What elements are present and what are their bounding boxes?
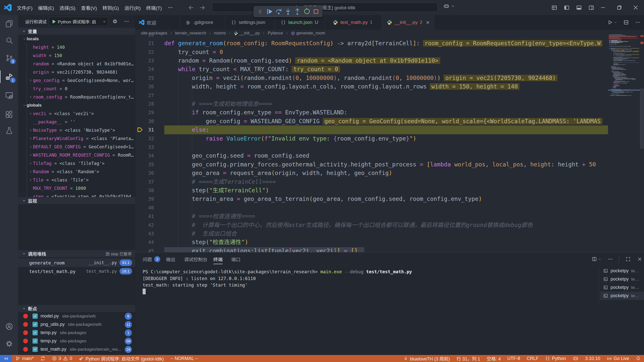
variable-geo_config[interactable]: geo_config = GeoConfig(seed=None, wor… bbox=[18, 76, 135, 84]
window-restore-button[interactable] bbox=[611, 0, 627, 15]
variable-step[interactable]: step = <function step at 0x1bf9cd216d bbox=[18, 192, 135, 197]
debug-step-into-icon[interactable] bbox=[283, 7, 293, 16]
menu-查看[interactable]: 查看(V) bbox=[78, 3, 100, 13]
breakpoint-checkbox[interactable] bbox=[32, 338, 38, 344]
terminal-instance-pocketpy[interactable]: pocketpyte… bbox=[600, 275, 644, 283]
variable-TileTag[interactable]: TileTag = <class 'TileTag'> bbox=[18, 159, 135, 167]
language-mode[interactable]: Python bbox=[542, 355, 569, 362]
tab-test_math.py[interactable]: test_math.py1 bbox=[325, 15, 382, 30]
copilot-menu-button[interactable] bbox=[443, 3, 455, 9]
activitybar-source-control[interactable]: 3 bbox=[0, 50, 18, 66]
debug-status[interactable]: Python 调试程序: 启动文件 (godot-ldtk) bbox=[75, 355, 167, 362]
minimap[interactable] bbox=[608, 33, 639, 252]
breakpoint-checkbox[interactable] bbox=[32, 313, 38, 319]
variable-NoiseType[interactable]: NoiseType = <class 'NoiseType'> bbox=[18, 126, 135, 134]
variables-scope-globals[interactable]: globals bbox=[18, 101, 135, 109]
toggle-primary-sidebar-icon[interactable] bbox=[564, 5, 570, 11]
breakpoint-checkbox[interactable] bbox=[32, 322, 38, 327]
terminal-instance-pocketpy[interactable]: pocketpyte… bbox=[600, 267, 644, 275]
menu-more-icon[interactable] bbox=[165, 5, 176, 10]
indentation[interactable]: 空格: 4 bbox=[484, 355, 504, 362]
panel-tab-端口[interactable]: 端口 bbox=[231, 252, 240, 266]
activitybar-account[interactable] bbox=[0, 318, 18, 335]
watch-section-header[interactable]: 监视 bbox=[18, 197, 135, 204]
panel-more-actions-icon[interactable] bbox=[608, 256, 613, 262]
menu-选择[interactable]: 选择(S) bbox=[57, 3, 78, 13]
command-center-search[interactable]: [拓展开发宿主] godot-ldtk bbox=[212, 3, 438, 12]
toggle-secondary-sidebar-icon[interactable] bbox=[588, 5, 594, 11]
tab-close-icon[interactable] bbox=[425, 20, 430, 25]
activitybar-run-and-debug[interactable]: 1 bbox=[0, 68, 18, 85]
activitybar-extensions[interactable] bbox=[0, 106, 18, 123]
maximize-panel-icon[interactable] bbox=[625, 256, 631, 262]
split-terminal-button[interactable] bbox=[592, 256, 601, 262]
gitlens-blame[interactable]: blueloveTH (3 周前) bbox=[400, 355, 453, 362]
variable-Random[interactable]: Random = <class 'Random'> bbox=[18, 167, 135, 176]
window-close-button[interactable] bbox=[627, 0, 644, 15]
run-python-file-button[interactable] bbox=[607, 20, 617, 25]
breakpoint-temp.py[interactable]: temp.pysite-packages1 bbox=[18, 329, 135, 337]
copilot-status[interactable] bbox=[569, 355, 582, 362]
editor-more-actions-icon[interactable] bbox=[635, 20, 640, 25]
activitybar-explorer[interactable] bbox=[0, 15, 18, 32]
terminal-instance-pocketpy[interactable]: pocketpyte… bbox=[600, 283, 644, 292]
remote-indicator[interactable] bbox=[0, 355, 12, 362]
close-panel-icon[interactable] bbox=[637, 256, 642, 262]
python-version[interactable]: 3.10.10 bbox=[582, 355, 603, 362]
variable-WASTELAND_ROOM_REQUEST_CONFIG[interactable]: WASTELAND_ROOM_REQUEST_CONFIG = RoomR… bbox=[18, 151, 135, 159]
variables-section-header[interactable]: 变量 bbox=[18, 28, 135, 35]
variable-Tile[interactable]: Tile = <class 'Tile'> bbox=[18, 176, 135, 184]
sync-status[interactable] bbox=[37, 355, 49, 362]
debug-settings-gear-icon[interactable] bbox=[112, 19, 118, 24]
activitybar-search[interactable] bbox=[0, 32, 18, 49]
breakpoint-png_utils.py[interactable]: png_utils.pysite-packages\wfc11 bbox=[18, 320, 135, 329]
tab-launch.json[interactable]: launch.jsonU bbox=[275, 15, 325, 30]
variable-try_count[interactable]: try_count = 0 bbox=[18, 84, 135, 93]
panel-tab-输出[interactable]: 输出 bbox=[166, 252, 175, 266]
panel-tab-问题[interactable]: 问题3 bbox=[143, 252, 160, 266]
cursor-position[interactable]: 行 31，列 1 bbox=[453, 355, 484, 362]
breakpoint-checkbox[interactable] bbox=[32, 347, 38, 352]
breakpoint-temp.py[interactable]: temp.pysite-packages58 bbox=[18, 337, 135, 345]
encoding[interactable]: UTF-8 bbox=[504, 355, 524, 362]
terminal-list-sash[interactable] bbox=[599, 266, 599, 304]
go-live[interactable]: Go Live bbox=[603, 355, 632, 362]
panel-tab-终端[interactable]: 终端 bbox=[213, 252, 223, 266]
activitybar-testing[interactable] bbox=[0, 122, 18, 139]
breakpoint-checkbox[interactable] bbox=[32, 330, 38, 335]
menu-终端[interactable]: 终端(T) bbox=[143, 3, 165, 13]
window-minimize-button[interactable] bbox=[595, 0, 611, 15]
stack-frame-test/test_math.py[interactable]: test/test_math.pytest_math.py16:1 bbox=[18, 267, 135, 276]
breakpoint-test_math.py[interactable]: test_math.pysite-packages\terrain_res...… bbox=[18, 345, 135, 353]
activitybar-manage[interactable] bbox=[0, 335, 18, 352]
variable-room_config[interactable]: room_config = RoomRequestConfig(env_t… bbox=[18, 93, 135, 101]
notifications[interactable] bbox=[632, 355, 644, 362]
variable-PlanetaryWindConfig[interactable]: PlanetaryWindConfig = <class 'Planeta… bbox=[18, 134, 135, 143]
variables-scope-locals[interactable]: locals bbox=[18, 35, 135, 43]
history-back-icon[interactable] bbox=[188, 5, 194, 11]
variable-__package__[interactable]: __package__ = '' bbox=[18, 118, 135, 126]
menu-文件[interactable]: 文件(F) bbox=[14, 3, 35, 13]
branch-status[interactable]: main* bbox=[12, 355, 37, 362]
eol[interactable]: CRLF bbox=[524, 355, 542, 362]
customize-layout-icon[interactable] bbox=[551, 5, 557, 11]
launch-configuration-dropdown[interactable]: Python 调试程序: 启 bbox=[49, 17, 108, 26]
debug-stop-icon[interactable] bbox=[311, 7, 321, 16]
terminal-instance-pocketpy[interactable]: pocketpyte… bbox=[600, 292, 644, 300]
variable-vec2i[interactable]: vec2i = <class 'vec2i'> bbox=[18, 109, 135, 118]
stack-frame-generate_room[interactable]: generate_room__init__.py31:1 bbox=[18, 258, 135, 267]
variable-height[interactable]: height = 140 bbox=[18, 43, 135, 51]
panel-tab-调试控制台[interactable]: 调试控制台 bbox=[184, 252, 208, 266]
tab-.gdignore[interactable]: .gdignore bbox=[180, 15, 225, 30]
variable-width[interactable]: width = 150 bbox=[18, 51, 135, 60]
activitybar-remote-explorer[interactable] bbox=[0, 87, 18, 104]
split-editor-icon[interactable] bbox=[623, 20, 629, 25]
debug-more-actions-icon[interactable] bbox=[124, 19, 129, 24]
start-debugging-icon[interactable] bbox=[51, 19, 57, 25]
vim-mode-status[interactable]: -- NORMAL -- bbox=[167, 355, 201, 362]
variable-DEFAULT_GEO_CONFIG[interactable]: DEFAULT_GEO_CONFIG = GeoConfig(seed=1… bbox=[18, 143, 135, 151]
callstack-section-header[interactable]: 调用堆栈 因 step 已暂停 bbox=[18, 250, 135, 257]
debug-continue-icon[interactable] bbox=[265, 7, 274, 16]
terminal-output[interactable]: PS C:\computer_science\godot-ldtk\site-p… bbox=[143, 268, 593, 289]
variable-random[interactable]: random = <Random object at 0x1bf9d01e… bbox=[18, 60, 135, 68]
